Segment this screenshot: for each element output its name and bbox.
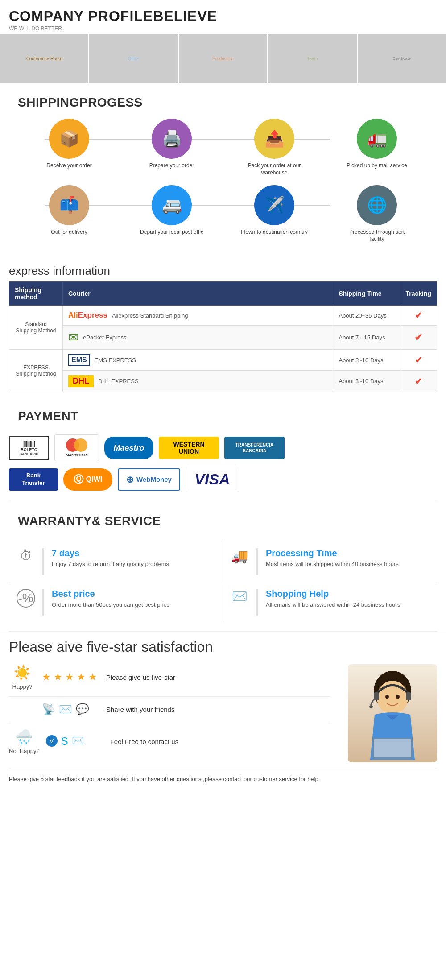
step-label-depart: Depart your local post offic (140, 229, 203, 236)
step-prepare: 🖨️ Prepare your order (138, 119, 205, 176)
photo-4: Team (268, 34, 356, 83)
courier-epacket: ✉ ePacket Express (63, 326, 333, 350)
warranty-icon-processing: 🚚 (227, 548, 252, 564)
company-subtitle: WE WLL DO BETTER (9, 25, 437, 32)
epacket-logo-cell: ✉ ePacket Express (68, 330, 327, 345)
bank-transfer-text: BankTransfer (22, 472, 45, 487)
dhl-courier-name: DHL EXPRESS (98, 378, 139, 385)
warranty-desc-processing: Most items will be shipped within 48 bus… (266, 560, 399, 568)
step-pickup: 🚛 Picked up by mail service (343, 119, 410, 176)
check-icon-ems: ✔ (415, 355, 422, 365)
check-icon-epacket: ✔ (414, 332, 422, 343)
star-3: ★ (65, 671, 74, 683)
courier-dhl: DHL DHL EXPRESS (63, 371, 333, 392)
ems-courier-name: EMS EXPRESS (95, 357, 136, 364)
photo-1: Conference Room (0, 34, 88, 83)
table-row-standard-1: Standard Shipping Method AliExpress Alie… (9, 306, 437, 326)
process-row-1: 📦 Receive your order 🖨️ Prepare your ord… (9, 119, 437, 176)
warranty-icon-7days: ⏱ 7 (13, 548, 38, 563)
webmoney-logo: ⊕ WebMoney (118, 468, 180, 491)
fivestar-left: ☀️ Happy? ★ ★ ★ ★ ★ Please give us five-… (9, 664, 330, 762)
boleto-barcode-icon: ||||||||| (23, 440, 35, 447)
step-icon-delivery: 📫 (49, 185, 89, 225)
nothappy-icon-group: 🌧️ Not Happy? (9, 728, 40, 754)
warranty-icon-help: ✉️ (227, 589, 252, 604)
fivestar-text-1: Please give us five-star (106, 674, 175, 681)
warranty-item-7days: ⏱ 7 7 days Enjoy 7 days to returm if any… (9, 542, 223, 582)
svg-rect-8 (374, 739, 411, 757)
step-label-pack: Pack your order at our warehouse (241, 162, 308, 176)
table-row-express-1: EXPRESS Shipping Method EMS EMS EXPRESS … (9, 350, 437, 371)
warranty-heading-price: Best price (52, 589, 169, 599)
mail-icon: ✉️ (232, 589, 248, 604)
warranty-divider-4 (256, 589, 258, 616)
step-icon-pickup: 🚛 (357, 119, 397, 159)
process-row-2: 📫 Out for delivery 🚐 Depart your local p… (9, 185, 437, 243)
svg-point-5 (385, 695, 389, 699)
step-icon-flown: ✈️ (254, 185, 294, 225)
truck-icon: 🚚 (231, 548, 248, 564)
star-4: ★ (77, 671, 86, 683)
antenna-icon: 📡 (42, 703, 55, 715)
wu-text: WESTERNUNION (173, 441, 205, 456)
warranty-section: WARRANTY& SERVICE ⏱ 7 7 days Enjoy 7 day… (0, 501, 446, 631)
header-section: COMPANY PROFILEBELIEVE WE WLL DO BETTER (0, 0, 446, 34)
warranty-item-help: ✉️ Shopping Help All emails will be answ… (223, 582, 437, 622)
svg-rect-3 (406, 692, 411, 700)
boleto-text: BOLETO (21, 447, 37, 452)
warranty-heading-processing: Processing Time (266, 548, 399, 558)
method-express: EXPRESS Shipping Method (9, 350, 63, 392)
step-label-receive: Receive your order (46, 162, 91, 170)
payment-title: PAYMENT (9, 401, 437, 428)
cloud-rain-icon: 🌧️ (9, 728, 40, 745)
warranty-title: WARRANTY& SERVICE (9, 506, 437, 533)
aliexpress-logo-cell: AliExpress Aliexpress Standard Shipping (68, 311, 327, 320)
qiwi-text: QIWI (86, 476, 102, 484)
sun-icon: ☀️ (9, 664, 36, 681)
dhl-logo: DHL (68, 375, 94, 387)
tracking-aliexpress: ✔ (400, 306, 437, 326)
qiwi-logo: Ⓠ QIWI (63, 468, 112, 491)
footer-note: Please give 5 star feedback if you are s… (9, 769, 437, 784)
fivestar-text-2: Share with your friends (106, 706, 174, 713)
fivestar-row-share: 📡 ✉️ 💬 Share with your friends (9, 703, 330, 722)
payment-row-2: BankTransfer Ⓠ QIWI ⊕ WebMoney VISA (9, 467, 437, 492)
shipping-process-section: SHIPPINGPROGESS 📦 Receive your order 🖨️ … (0, 83, 446, 256)
star-2: ★ (54, 671, 62, 683)
step-icon-depart: 🚐 (152, 185, 192, 225)
warranty-divider-1 (42, 548, 44, 575)
svg-point-6 (396, 695, 400, 699)
warranty-divider-3 (42, 589, 44, 616)
boleto-subtext: BANCARIO (19, 452, 38, 456)
tracking-epacket: ✔ (400, 326, 437, 350)
photo-5: Certificate (358, 34, 446, 83)
webmoney-icon: ⊕ (126, 474, 134, 485)
express-section: express information Shipping method Cour… (0, 256, 446, 397)
star-icons-group: ★ ★ ★ ★ ★ (42, 671, 100, 683)
check-icon-dhl: ✔ (415, 376, 422, 386)
step-icon-prepare: 🖨️ (152, 119, 192, 159)
warranty-text-processing: Processing Time Most items will be shipp… (262, 548, 399, 568)
col-method: Shipping method (9, 282, 63, 306)
fivestar-content: ☀️ Happy? ★ ★ ★ ★ ★ Please give us five-… (9, 664, 437, 762)
time-aliexpress: About 20~35 Days (333, 306, 400, 326)
step-pack: 📤 Pack your order at our warehouse (241, 119, 308, 176)
visa-text: VISA (194, 471, 230, 488)
chat-icon: 💬 (76, 703, 89, 715)
table-row-express-2: DHL DHL EXPRESS About 3~10 Days ✔ (9, 371, 437, 392)
fivestar-row-happy: ☀️ Happy? ★ ★ ★ ★ ★ Please give us five-… (9, 664, 330, 697)
person-illustration (348, 664, 437, 762)
warranty-item-processing: 🚚 Processing Time Most items will be shi… (223, 542, 437, 582)
person-illustration-wrap (339, 664, 437, 762)
col-time: Shipping Time (333, 282, 400, 306)
warranty-desc-help: All emails will be answered within 24 bu… (266, 601, 400, 609)
step-label-delivery: Out for delivery (51, 229, 87, 236)
fivestar-text-3: Feel Free to contact us (110, 738, 178, 745)
warranty-text-help: Shopping Help All emails will be answere… (262, 589, 400, 609)
qiwi-icon: Ⓠ (74, 473, 83, 486)
mastercard-text: MasterCard (66, 453, 88, 457)
viber-icon: V (46, 735, 58, 747)
fivestar-section: Please aive five-star satisfaction ☀️ Ha… (0, 632, 446, 793)
shipping-table: Shipping method Courier Shipping Time Tr… (9, 281, 437, 392)
step-flown: ✈️ Flown to destination country (241, 185, 308, 243)
